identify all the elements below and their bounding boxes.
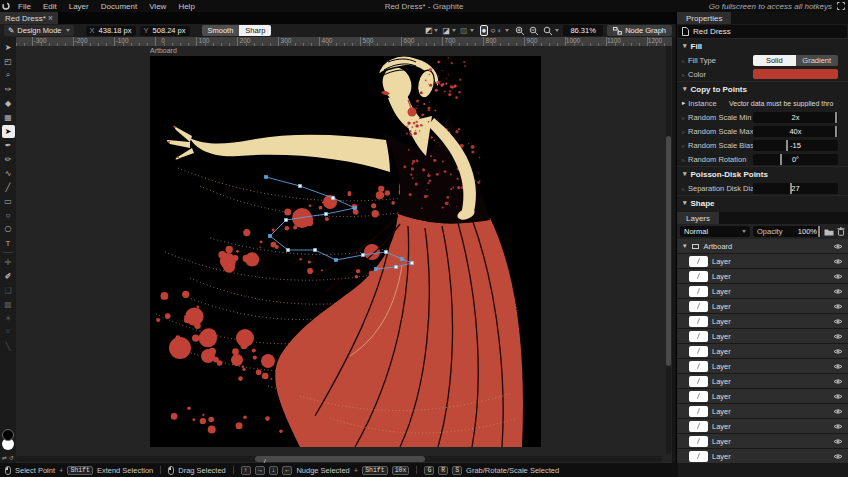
rectangle-tool-icon[interactable]: ▭: [2, 195, 15, 208]
collapse-caret-icon[interactable]: ▾: [683, 242, 687, 250]
color-swatches[interactable]: [1, 429, 15, 453]
number-input[interactable]: 40x: [753, 126, 838, 137]
section-copy-to-points[interactable]: ▾ Copy to Points: [677, 81, 848, 96]
zoom-reset-dropdown[interactable]: [543, 26, 559, 36]
viewport-canvas[interactable]: Artboard: [16, 46, 672, 463]
visibility-eye-icon[interactable]: [833, 348, 843, 355]
visibility-eye-icon[interactable]: [833, 288, 843, 295]
horizontal-scrollbar[interactable]: [16, 456, 662, 462]
tab-properties[interactable]: Properties: [677, 12, 731, 24]
visibility-eye-icon[interactable]: [833, 423, 843, 430]
fill-color-swatch[interactable]: [753, 69, 838, 79]
select-tool-icon[interactable]: ➤: [2, 41, 15, 54]
freehand-tool-icon[interactable]: ✏: [2, 153, 15, 166]
artboard-tool-icon[interactable]: ◰: [2, 55, 15, 68]
expand-caret-icon[interactable]: ▹: [682, 57, 685, 64]
expand-caret-icon[interactable]: ▹: [682, 128, 685, 135]
horizontal-scrollbar-thumb[interactable]: [255, 456, 425, 462]
expand-caret-icon[interactable]: ▹: [682, 156, 685, 163]
layer-row[interactable]: Layer: [677, 419, 848, 433]
tab-close-icon[interactable]: ×: [48, 14, 53, 22]
layer-row[interactable]: Layer: [677, 284, 848, 298]
new-folder-button[interactable]: [824, 228, 834, 236]
section-poisson[interactable]: ▾ Poisson-Disk Points: [677, 166, 848, 181]
view-mode-pixels-icon[interactable]: ◐: [497, 26, 502, 35]
number-input[interactable]: 0°: [753, 154, 838, 165]
fullscreen-icon[interactable]: [837, 2, 845, 10]
layer-row[interactable]: Layer: [677, 344, 848, 358]
spline-tool-icon[interactable]: ∿: [2, 167, 15, 180]
document-name-row[interactable]: Red Dress: [678, 25, 847, 38]
visibility-eye-icon[interactable]: [833, 258, 843, 265]
ellipse-tool-icon[interactable]: ○: [2, 209, 15, 222]
layer-row[interactable]: Layer: [677, 269, 848, 283]
menu-item-document[interactable]: Document: [95, 0, 143, 12]
visibility-eye-icon[interactable]: [833, 408, 843, 415]
expand-caret-icon[interactable]: ▹: [682, 142, 685, 149]
visibility-eye-icon[interactable]: [833, 363, 843, 370]
layer-row[interactable]: Layer: [677, 404, 848, 418]
layer-row[interactable]: Layer: [677, 329, 848, 343]
polygon-tool-icon[interactable]: ⎔: [2, 223, 15, 236]
delete-layer-button[interactable]: [837, 227, 845, 236]
menu-item-file[interactable]: File: [12, 0, 37, 12]
visibility-eye-icon[interactable]: [833, 378, 843, 385]
artboard-row[interactable]: ▾Artboard: [677, 239, 848, 253]
tab-layers[interactable]: Layers: [677, 212, 719, 224]
snapping-options-dropdown[interactable]: ◩: [425, 26, 439, 35]
number-input[interactable]: -15: [753, 140, 838, 151]
brush-tool-icon[interactable]: ✐: [2, 270, 15, 283]
artboard[interactable]: [150, 56, 541, 447]
number-input[interactable]: 27: [753, 183, 838, 194]
reset-colors-icon[interactable]: ↺: [9, 454, 14, 461]
gradient-tool-icon[interactable]: ▦: [2, 111, 15, 124]
section-shape[interactable]: ▾ Shape: [677, 195, 848, 210]
navigate-tool-icon[interactable]: ⌕: [2, 69, 15, 82]
layer-row[interactable]: Layer: [677, 299, 848, 313]
number-input[interactable]: 2x: [753, 112, 838, 123]
menu-item-view[interactable]: View: [143, 0, 172, 12]
grid-options-dropdown[interactable]: ◪: [442, 26, 456, 35]
visibility-eye-icon[interactable]: [833, 438, 843, 445]
visibility-eye-icon[interactable]: [833, 243, 843, 250]
view-mode-outline-icon[interactable]: ○: [490, 26, 495, 35]
view-mode-normal-icon[interactable]: ●: [480, 25, 489, 36]
menu-item-layer[interactable]: Layer: [63, 0, 95, 12]
layer-row[interactable]: Layer: [677, 359, 848, 373]
eyedropper-tool-icon[interactable]: ✑: [2, 83, 15, 96]
expand-caret-icon[interactable]: ▹: [682, 71, 685, 78]
menu-item-edit[interactable]: Edit: [37, 0, 63, 12]
swap-colors-icon[interactable]: ⇄: [2, 454, 7, 461]
pen-tool-icon[interactable]: ✒: [2, 139, 15, 152]
visibility-eye-icon[interactable]: [833, 393, 843, 400]
layer-row[interactable]: Layer: [677, 254, 848, 268]
layer-row[interactable]: Layer: [677, 314, 848, 328]
line-tool-icon[interactable]: ╱: [2, 181, 15, 194]
opacity-slider[interactable]: Opacity 100%: [753, 226, 821, 237]
text-tool-icon[interactable]: T: [2, 237, 15, 250]
document-tab[interactable]: Red Dress* ×: [0, 12, 58, 24]
fill-type-solid-button[interactable]: Solid: [753, 55, 796, 66]
fill-color-indicator[interactable]: [2, 429, 14, 441]
x-coordinate-field[interactable]: X 438.18 px: [86, 26, 136, 36]
visibility-eye-icon[interactable]: [833, 273, 843, 280]
path-tool-icon[interactable]: ➤: [2, 125, 15, 138]
fill-tool-icon[interactable]: ◆: [2, 97, 15, 110]
y-coordinate-field[interactable]: Y 508.24 px: [140, 26, 190, 36]
menu-item-help[interactable]: Help: [172, 0, 200, 12]
visibility-eye-icon[interactable]: [833, 303, 843, 310]
section-fill[interactable]: ▾ Fill: [677, 38, 848, 53]
sharp-button[interactable]: Sharp: [239, 25, 271, 36]
fill-type-gradient-button[interactable]: Gradient: [796, 55, 839, 66]
visibility-eye-icon[interactable]: [833, 453, 843, 460]
overlays-options-dropdown[interactable]: ▨: [460, 26, 474, 35]
visibility-eye-icon[interactable]: [833, 333, 843, 340]
layer-row[interactable]: Layer: [677, 434, 848, 448]
expand-caret-icon[interactable]: ▹: [682, 185, 685, 192]
blend-mode-select[interactable]: Normal: [680, 226, 750, 237]
vertical-scrollbar[interactable]: [666, 46, 671, 454]
zoom-level-field[interactable]: 86.31%: [563, 25, 603, 36]
smooth-button[interactable]: Smooth: [202, 25, 240, 36]
zoom-out-button[interactable]: [529, 26, 539, 36]
vertical-scrollbar-thumb[interactable]: [666, 136, 671, 366]
